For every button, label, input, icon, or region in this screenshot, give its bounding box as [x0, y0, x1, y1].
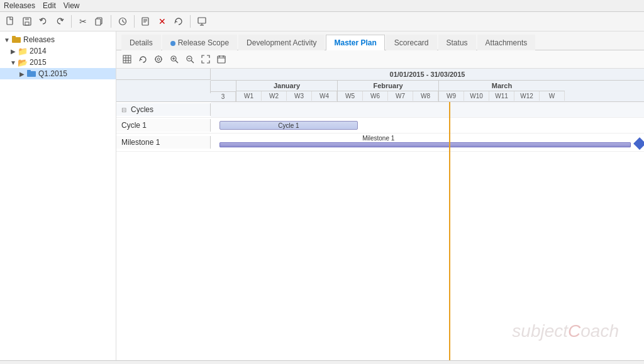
gantt-btn-fit[interactable] — [199, 53, 213, 65]
month-february: February W5 W6 W7 W8 — [338, 81, 439, 101]
svg-rect-13 — [198, 18, 206, 23]
tab-attachments[interactable]: Attachments — [477, 35, 536, 50]
gantt-container: 01/01/2015 - 31/03/2015 3 — [116, 69, 644, 360]
month-january: January W1 W2 W3 W4 — [236, 81, 338, 101]
gantt-btn-zoom-out[interactable] — [183, 53, 197, 65]
partial-week: 3 — [211, 92, 236, 101]
sidebar: ▼ Releases ▶ 📁 2014 ▼ 📂 2015 ▶ Q1.2015 — [0, 31, 116, 360]
tree-toggle-q12015[interactable]: ▶ — [18, 71, 26, 77]
week-w-extra: W — [540, 91, 565, 101]
tabs: Details Release Scope Development Activi… — [116, 31, 644, 50]
svg-rect-18 — [27, 71, 36, 77]
week-w6: W6 — [363, 91, 388, 101]
tree-toggle-root[interactable]: ▼ — [3, 37, 11, 43]
gantt-label-header — [116, 81, 211, 93]
gantt-btn-grid[interactable] — [120, 53, 134, 65]
tab-development-activity[interactable]: Development Activity — [238, 35, 325, 50]
tree-label-2014: 2014 — [30, 47, 47, 55]
cycle1-bar[interactable]: Cycle 1 — [219, 121, 358, 130]
svg-rect-17 — [12, 36, 16, 38]
toolbar-btn-refresh[interactable] — [172, 14, 186, 28]
week-w9: W9 — [439, 91, 464, 101]
week-w3: W3 — [287, 91, 312, 101]
month-name-february: February — [338, 81, 438, 91]
toolbar-btn-monitor[interactable] — [195, 14, 209, 28]
gantt-date-range: 01/01/2015 - 31/03/2015 — [211, 69, 644, 81]
tree-item-2015[interactable]: ▼ 📂 2015 — [0, 57, 116, 68]
week-w4: W4 — [312, 91, 337, 101]
svg-line-8 — [123, 21, 125, 23]
status-bar — [0, 360, 644, 364]
svg-rect-5 — [96, 19, 101, 25]
tree-item-q12015[interactable]: ▶ Q1.2015 — [0, 68, 116, 79]
svg-point-26 — [157, 58, 160, 60]
svg-rect-9 — [142, 18, 148, 25]
menu-view[interactable]: View — [64, 1, 80, 10]
tree-label-2015: 2015 — [30, 58, 47, 67]
tree-label-releases: Releases — [23, 35, 55, 44]
svg-point-25 — [155, 56, 162, 62]
gantt-btn-calendar[interactable] — [214, 53, 228, 65]
tree-item-2014[interactable]: ▶ 📁 2014 — [0, 45, 116, 57]
gantt-label-milestone1: Milestone 1 — [116, 136, 211, 149]
main-layout: ▼ Releases ▶ 📁 2014 ▼ 📂 2015 ▶ Q1.2015 — [0, 31, 644, 360]
svg-rect-38 — [218, 56, 225, 63]
toolbar-btn-cut[interactable]: ✂ — [76, 14, 90, 28]
toolbar-btn-page[interactable] — [139, 14, 153, 28]
menu-bar: Releases Edit View — [0, 0, 644, 12]
tab-details[interactable]: Details — [121, 35, 161, 50]
cycle1-label: Cycle 1 — [121, 121, 147, 130]
toolbar-sep-1 — [71, 15, 72, 28]
tab-status[interactable]: Status — [438, 35, 476, 50]
month-name-january: January — [236, 81, 337, 91]
tree-toggle-2014[interactable]: ▶ — [9, 48, 18, 55]
menu-edit[interactable]: Edit — [43, 1, 56, 10]
toolbar-sep-2 — [111, 15, 111, 28]
gantt-row-cycle1: Cycle 1 Cycle 1 — [116, 118, 644, 134]
toolbar-btn-undo[interactable] — [36, 14, 50, 28]
svg-line-36 — [191, 60, 194, 63]
gantt-inner: 01/01/2015 - 31/03/2015 3 — [116, 69, 644, 360]
collapse-cycles-icon[interactable]: ⊟ — [121, 106, 126, 113]
tab-scorecard[interactable]: Scorecard — [386, 35, 437, 50]
tree-root[interactable]: ▼ Releases — [0, 34, 116, 45]
gantt-cycles-content — [211, 102, 644, 117]
milestone1-bar[interactable] — [219, 142, 631, 147]
toolbar-sep-4 — [190, 15, 191, 28]
tree-label-q12015: Q1.2015 — [38, 69, 67, 78]
toolbar-btn-save[interactable] — [20, 14, 34, 28]
march-weeks: W9 W10 W11 W12 W — [439, 91, 565, 101]
gantt-body: ⊟ Cycles Cycle 1 Cycle 1 — [116, 102, 644, 360]
release-scope-dot — [170, 41, 175, 46]
toolbar-btn-delete[interactable]: ✕ — [155, 14, 169, 28]
menu-releases[interactable]: Releases — [4, 1, 35, 10]
tree-toggle-2015[interactable]: ▼ — [9, 59, 18, 66]
gantt-cycle1-content: Cycle 1 — [211, 118, 644, 133]
week-w5: W5 — [338, 91, 363, 101]
week-w12: W12 — [514, 91, 540, 101]
milestone1-diamond — [633, 137, 644, 150]
svg-rect-20 — [123, 55, 131, 63]
tab-release-scope[interactable]: Release Scope — [162, 35, 237, 50]
content-area: Details Release Scope Development Activi… — [116, 31, 644, 360]
toolbar-btn-new[interactable] — [4, 14, 18, 28]
toolbar-btn-redo[interactable] — [53, 14, 67, 28]
tab-master-plan[interactable]: Master Plan — [326, 35, 384, 50]
gantt-btn-refresh[interactable] — [136, 53, 150, 65]
milestone1-label: Milestone 1 — [121, 138, 160, 147]
gantt-months-row: 3 January W1 W2 W3 W4 — [116, 81, 644, 101]
today-line — [449, 102, 450, 360]
toolbar-btn-clock[interactable] — [116, 14, 130, 28]
milestone1-bar-label: Milestone 1 — [362, 135, 394, 142]
gantt-btn-zoom-in[interactable] — [167, 53, 181, 65]
cycles-label: Cycles — [131, 105, 153, 114]
gantt-label-cycles: ⊟ Cycles — [116, 103, 211, 116]
svg-rect-3 — [25, 22, 29, 25]
gantt-label-cycle1: Cycle 1 — [116, 119, 211, 132]
svg-rect-16 — [12, 37, 21, 43]
week-w10: W10 — [464, 91, 489, 101]
toolbar-btn-copy[interactable] — [92, 14, 106, 28]
month-name-march: March — [439, 81, 565, 91]
gantt-label-col-top — [116, 69, 211, 80]
gantt-btn-target[interactable] — [152, 53, 165, 65]
